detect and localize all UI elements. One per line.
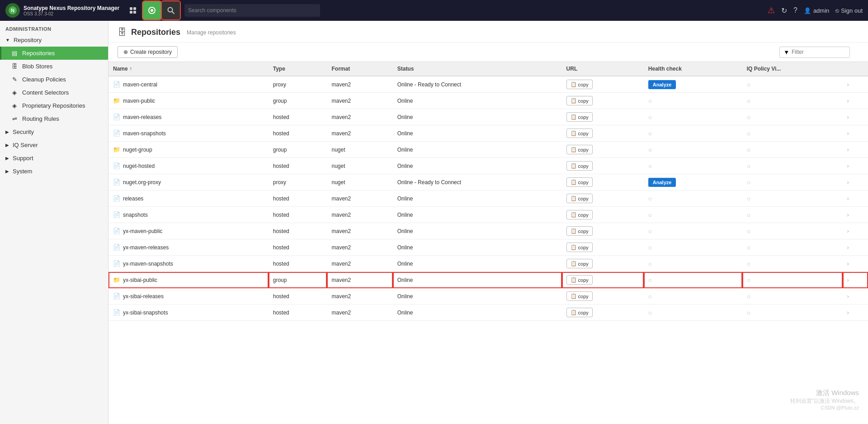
copy-url-button[interactable]: 📋 copy <box>566 177 593 187</box>
copy-url-button[interactable]: 📋 copy <box>566 145 593 154</box>
page-title: Repositories <box>131 28 180 37</box>
copy-label: copy <box>578 180 589 185</box>
cell-health: ○ <box>644 256 742 272</box>
cell-chevron[interactable]: › <box>843 93 868 109</box>
cell-status: Online <box>393 272 562 288</box>
copy-label: copy <box>578 98 589 104</box>
health-empty-icon: ○ <box>648 211 652 219</box>
health-empty-icon: ○ <box>648 146 652 153</box>
cell-iq: ○ <box>742 93 843 109</box>
search-input[interactable] <box>184 4 320 17</box>
sidebar-group-security[interactable]: ▶ Security <box>0 125 108 138</box>
table-row: 📄 yx-sibai-releases hosted maven2 Online… <box>108 288 868 305</box>
row-expand-icon: › <box>847 162 849 169</box>
cell-chevron[interactable]: › <box>843 272 868 288</box>
cell-chevron[interactable]: › <box>843 239 868 256</box>
user-menu[interactable]: 👤 admin <box>804 7 829 14</box>
col-name[interactable]: Name ↑ <box>108 62 269 76</box>
filter-input[interactable] <box>792 49 846 55</box>
cell-chevron[interactable]: › <box>843 76 868 93</box>
cell-chevron[interactable]: › <box>843 191 868 207</box>
sidebar-item-repositories[interactable]: ▤ Repositories <box>0 47 108 60</box>
cell-chevron[interactable]: › <box>843 223 868 239</box>
analyze-button[interactable]: Analyze <box>648 178 676 187</box>
copy-url-button[interactable]: 📋 copy <box>566 129 593 138</box>
copy-url-button[interactable]: 📋 copy <box>566 96 593 105</box>
sidebar-item-cleanup-policies[interactable]: ✎ Cleanup Policies <box>0 73 108 86</box>
cell-chevron[interactable]: › <box>843 288 868 305</box>
cell-status: Online - Ready to Connect <box>393 174 562 191</box>
signout-button[interactable]: ⎋ Sign out <box>835 7 863 14</box>
copy-url-button[interactable]: 📋 copy <box>566 80 593 89</box>
cell-iq: ○ <box>742 239 843 256</box>
repo-name: yx-maven-public <box>123 228 162 234</box>
page-header: 🗄 Repositories Manage repositories <box>108 21 868 43</box>
cell-chevron[interactable]: › <box>843 256 868 272</box>
repo-name: yx-maven-releases <box>123 244 169 251</box>
sidebar-group-system[interactable]: ▶ System <box>0 165 108 178</box>
copy-url-button[interactable]: 📋 copy <box>566 194 593 203</box>
analyze-button[interactable]: Analyze <box>648 80 676 89</box>
table-row: 📄 snapshots hosted maven2 Online 📋 copy … <box>108 207 868 223</box>
iq-empty-icon: ○ <box>747 228 750 235</box>
copy-label: copy <box>578 82 589 87</box>
sidebar-group-repository[interactable]: ▼ Repository <box>0 33 108 47</box>
copy-icon: 📋 <box>571 147 577 152</box>
copy-icon: 📋 <box>571 195 577 201</box>
copy-url-button[interactable]: 📋 copy <box>566 291 593 301</box>
cell-name: 📄 yx-maven-public <box>108 223 269 239</box>
sidebar-group-support[interactable]: ▶ Support <box>0 152 108 165</box>
help-icon[interactable]: ? <box>793 6 797 14</box>
system-arrow-icon: ▶ <box>5 169 9 174</box>
cell-health: Analyze <box>644 76 742 93</box>
copy-url-button[interactable]: 📋 copy <box>566 161 593 171</box>
copy-url-button[interactable]: 📋 copy <box>566 226 593 236</box>
copy-url-button[interactable]: 📋 copy <box>566 210 593 219</box>
sidebar-item-content-selectors[interactable]: ◈ Content Selectors <box>0 86 108 99</box>
cell-status: Online <box>393 239 562 256</box>
copy-icon: 📋 <box>571 244 577 250</box>
copy-url-button[interactable]: 📋 copy <box>566 259 593 268</box>
cell-chevron[interactable]: › <box>843 158 868 174</box>
cell-format: maven2 <box>327 288 392 305</box>
copy-label: copy <box>578 294 589 299</box>
copy-icon: 📋 <box>571 228 577 234</box>
create-repository-button[interactable]: ⊕ Create repository <box>118 46 178 58</box>
search-icon-btn[interactable] <box>162 1 180 19</box>
repositories-icon: ▤ <box>10 50 19 57</box>
admin-icon-btn[interactable] <box>143 1 161 19</box>
cell-chevron[interactable]: › <box>843 174 868 191</box>
cell-chevron[interactable]: › <box>843 125 868 142</box>
repo-name: yx-sibai-public <box>123 277 157 283</box>
refresh-icon[interactable]: ↻ <box>781 6 787 15</box>
sidebar-item-blob-stores[interactable]: 🗄 Blob Stores <box>0 60 108 73</box>
sidebar-item-routing-rules[interactable]: ⇌ Routing Rules <box>0 112 108 125</box>
row-expand-icon: › <box>847 195 849 202</box>
cell-type: group <box>269 142 327 158</box>
row-expand-icon: › <box>847 293 849 300</box>
copy-icon: 📋 <box>571 277 577 283</box>
cell-chevron[interactable]: › <box>843 207 868 223</box>
sidebar-group-iq-server[interactable]: ▶ IQ Server <box>0 138 108 152</box>
security-group-label: Security <box>13 129 34 135</box>
repo-type-icon: 📁 <box>113 97 120 104</box>
col-url: URL <box>562 62 644 76</box>
cell-chevron[interactable]: › <box>843 142 868 158</box>
cell-url: 📋 copy <box>562 109 644 125</box>
browse-icon-btn[interactable] <box>124 1 142 19</box>
copy-url-button[interactable]: 📋 copy <box>566 275 593 285</box>
cell-iq: ○ <box>742 207 843 223</box>
cell-type: hosted <box>269 191 327 207</box>
create-plus-icon: ⊕ <box>123 49 128 55</box>
iq-empty-icon: ○ <box>747 195 750 202</box>
copy-icon: 📋 <box>571 98 577 104</box>
cell-chevron[interactable]: › <box>843 305 868 321</box>
copy-url-button[interactable]: 📋 copy <box>566 243 593 252</box>
watermark-line3: CSDN @Pluto.zz <box>790 405 859 410</box>
sidebar-item-proprietary-repositories[interactable]: ◈ Proprietary Repositories <box>0 99 108 112</box>
cell-chevron[interactable]: › <box>843 109 868 125</box>
alert-icon[interactable]: ⚠ <box>768 5 775 15</box>
page-subtitle: Manage repositories <box>187 29 236 36</box>
copy-url-button[interactable]: 📋 copy <box>566 308 593 317</box>
copy-url-button[interactable]: 📋 copy <box>566 112 593 122</box>
